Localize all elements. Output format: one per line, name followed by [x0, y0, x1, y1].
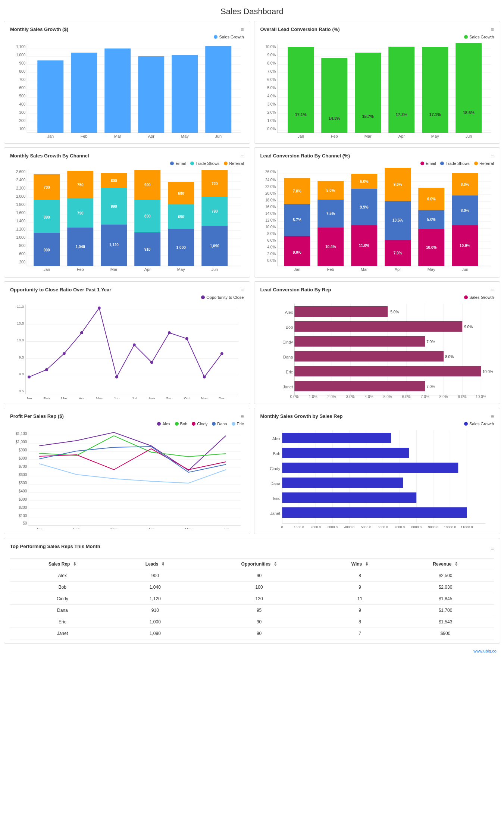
sales-by-rep-title: Monthly Sales Growth by Sales Rep — [260, 413, 343, 419]
legend-label-bob: Bob — [180, 422, 188, 426]
svg-text:Jan: Jan — [297, 134, 304, 138]
cell-opp: 90 — [195, 628, 323, 639]
svg-text:17.2%: 17.2% — [395, 112, 407, 117]
menu-icon-4[interactable]: ≡ — [491, 153, 494, 159]
legend-dot-email — [170, 162, 174, 165]
svg-text:$500: $500 — [19, 481, 27, 485]
row-1: Monthly Sales Growth ($) ≡ Sales Growth … — [4, 21, 500, 144]
cell-rep: Dana — [10, 605, 115, 616]
cell-revenue: $2,500 — [397, 570, 494, 582]
svg-text:3.0%: 3.0% — [267, 102, 276, 106]
menu-icon-1[interactable]: ≡ — [241, 26, 244, 32]
sort-rev[interactable]: ⇕ — [454, 561, 458, 567]
svg-text:8000.0: 8000.0 — [411, 525, 422, 529]
legend-email2: Email — [420, 161, 436, 166]
sort-wins[interactable]: ⇕ — [365, 561, 369, 567]
svg-text:2000.0: 2000.0 — [310, 525, 321, 529]
svg-rect-352 — [282, 433, 391, 443]
col-opportunities: Opportunities ⇕ — [195, 558, 323, 570]
svg-text:Mar: Mar — [61, 396, 68, 399]
svg-rect-30 — [138, 56, 164, 133]
svg-text:890: 890 — [44, 215, 50, 219]
svg-text:9.9%: 9.9% — [360, 205, 368, 209]
svg-text:1,000: 1,000 — [16, 53, 25, 57]
table-row: Dana 910 95 9 $1,700 — [10, 605, 494, 616]
sales-by-rep-card: Monthly Sales Growth by Sales Rep ≡ Sale… — [254, 408, 501, 534]
monthly-sales-legend: Sales Growth — [10, 35, 244, 39]
svg-text:9.0%: 9.0% — [393, 182, 402, 187]
svg-text:720: 720 — [212, 182, 218, 186]
table-row: Bob 1,040 100 9 $2,030 — [10, 582, 494, 593]
legend-label-referral: Referral — [229, 161, 244, 166]
cell-wins: 9 — [323, 605, 397, 616]
rep-conv-legend: Sales Growth — [260, 295, 494, 300]
cell-leads: 1,090 — [115, 628, 195, 639]
svg-text:$400: $400 — [19, 489, 27, 493]
menu-icon-5[interactable]: ≡ — [241, 287, 244, 293]
cell-opp: 90 — [195, 570, 323, 582]
legend-label-email: Email — [175, 161, 186, 166]
svg-text:Feb: Feb — [73, 527, 80, 529]
menu-icon-6[interactable]: ≡ — [491, 287, 494, 293]
svg-text:5.0%: 5.0% — [390, 310, 399, 314]
sort-opp[interactable]: ⇕ — [273, 561, 277, 567]
cell-wins: 8 — [323, 616, 397, 628]
menu-icon-7[interactable]: ≡ — [241, 413, 244, 419]
legend-dot-alex — [157, 422, 161, 426]
svg-text:2,200: 2,200 — [16, 186, 25, 190]
svg-text:Jun: Jun — [461, 267, 468, 272]
menu-icon-3[interactable]: ≡ — [241, 153, 244, 159]
cell-wins: 8 — [323, 570, 397, 582]
svg-text:Jun: Jun — [211, 267, 218, 272]
svg-point-235 — [115, 376, 118, 379]
card-header-3: Monthly Sales Growth By Channel ≡ — [10, 153, 244, 159]
svg-text:6.0%: 6.0% — [360, 179, 368, 184]
card-header-2: Overall Lead Conversion Ratio (%) ≡ — [260, 26, 494, 32]
svg-text:1,090: 1,090 — [210, 244, 219, 248]
sort-leads[interactable]: ⇕ — [161, 561, 165, 567]
svg-rect-284 — [294, 336, 425, 347]
legend-sales-growth2: Sales Growth — [464, 295, 494, 300]
svg-text:7.0%: 7.0% — [267, 69, 276, 73]
svg-text:0.0%: 0.0% — [267, 127, 276, 131]
svg-text:900: 900 — [144, 183, 151, 187]
svg-text:10000.0: 10000.0 — [444, 525, 456, 529]
svg-text:22.0%: 22.0% — [265, 185, 275, 189]
svg-text:12.0%: 12.0% — [265, 218, 275, 222]
svg-text:Jun: Jun — [114, 396, 120, 399]
svg-text:18.6%: 18.6% — [463, 110, 474, 115]
svg-point-236 — [133, 343, 136, 346]
col-wins: Wins ⇕ — [323, 558, 397, 570]
menu-icon-table[interactable]: ≡ — [491, 546, 494, 552]
footer: www.ubiq.co — [4, 647, 500, 655]
svg-text:May: May — [431, 134, 439, 138]
svg-text:2,600: 2,600 — [16, 170, 25, 174]
svg-text:May: May — [181, 134, 189, 138]
legend-green: Sales Growth — [464, 35, 494, 39]
legend-label-trade: Trade Shows — [195, 161, 219, 166]
svg-text:$800: $800 — [19, 456, 27, 460]
legend-dot-trade — [190, 162, 194, 165]
svg-point-234 — [98, 307, 101, 310]
svg-text:8.0%: 8.0% — [267, 232, 276, 236]
cell-rep: Eric — [10, 616, 115, 628]
svg-text:1,200: 1,200 — [16, 227, 25, 231]
table-row: Janet 1,090 90 7 $900 — [10, 628, 494, 639]
sort-rep[interactable]: ⇕ — [73, 561, 76, 567]
svg-rect-278 — [294, 306, 388, 317]
lead-conversion-chart: 10.0% 9.0% 8.0% 7.0% 6.0% 5.0% 4.0% 3.0%… — [260, 41, 494, 140]
svg-text:Apr: Apr — [79, 396, 85, 399]
svg-text:600: 600 — [111, 179, 117, 183]
svg-text:14.0%: 14.0% — [265, 212, 275, 216]
svg-rect-72 — [422, 47, 448, 133]
menu-icon-8[interactable]: ≡ — [491, 413, 494, 419]
svg-text:10.5: 10.5 — [17, 321, 24, 325]
svg-point-239 — [185, 337, 188, 340]
menu-icon-2[interactable]: ≡ — [491, 26, 494, 32]
channel2-chart: 26.0% 24.0% 22.0% 20.0% 18.0% 16.0% 14.0… — [260, 168, 494, 273]
legend-alex: Alex — [157, 422, 170, 426]
svg-text:Apr: Apr — [148, 134, 154, 138]
svg-text:14.3%: 14.3% — [328, 116, 340, 121]
opp-close-card: Opportunity to Close Ratio Over Past 1 Y… — [4, 281, 250, 404]
svg-text:9.0: 9.0 — [19, 372, 24, 376]
